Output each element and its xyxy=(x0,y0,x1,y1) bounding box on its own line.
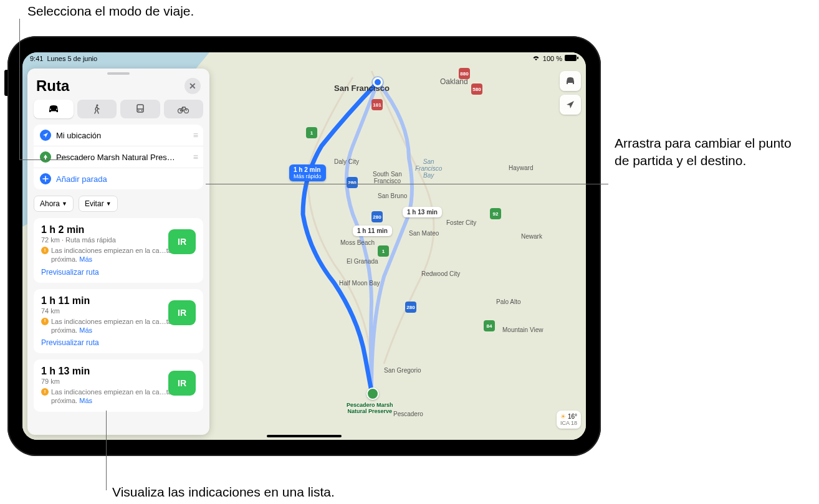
go-button[interactable]: IR xyxy=(168,371,196,396)
city-redwood: Redwood City xyxy=(421,270,460,277)
weather-widget[interactable]: ☀︎ 16° ICA 18 xyxy=(557,411,581,429)
route-card[interactable]: 1 h 11 min 74 km ! Las indicaciones empi… xyxy=(34,289,203,354)
mode-drive[interactable] xyxy=(34,100,74,118)
city-sangregorio: San Gregorio xyxy=(384,367,421,374)
city-mtnview: Mountain View xyxy=(502,326,543,333)
location-arrow-icon xyxy=(565,100,575,110)
route-results: 1 h 2 min 72 km · Ruta más rápida ! Las … xyxy=(27,218,209,435)
bike-icon xyxy=(177,105,189,113)
shield-280-a: 280 xyxy=(347,177,358,188)
route-note-text: Las indicaciones empiezan en la ca…ta má… xyxy=(51,318,187,334)
warning-icon: ! xyxy=(41,388,49,396)
callout-drag: Arrastra para cambiar el punto de partid… xyxy=(615,135,808,170)
shield-280-c: 280 xyxy=(405,302,416,313)
more-link[interactable]: Más xyxy=(79,255,92,263)
city-sanmateo: San Mateo xyxy=(409,230,439,237)
shield-880: 880 xyxy=(459,68,470,79)
drag-handle-icon[interactable]: ≡ xyxy=(193,152,197,162)
car-icon xyxy=(47,105,60,113)
plus-icon xyxy=(40,173,51,184)
status-time: 9:41 xyxy=(30,55,43,62)
transit-icon xyxy=(135,104,145,114)
stop-to[interactable]: Pescadero Marsh Natural Pres… ≡ xyxy=(34,146,203,168)
svg-rect-3 xyxy=(137,105,143,112)
go-button[interactable]: IR xyxy=(168,229,196,254)
callout-line xyxy=(206,184,608,184)
route-bubble-alt1[interactable]: 1 h 11 min xyxy=(353,226,392,236)
shield-1-a: 1 xyxy=(306,127,317,138)
shield-101: 101 xyxy=(371,99,383,110)
wifi-icon xyxy=(532,55,540,62)
warning-icon: ! xyxy=(41,318,49,325)
route-bubble-alt2[interactable]: 1 h 13 min xyxy=(403,207,442,217)
ipad-frame: San Francisco Oakland Daly City South Sa… xyxy=(7,36,601,456)
screen: San Francisco Oakland Daly City South Sa… xyxy=(22,52,586,440)
callout-line xyxy=(106,411,107,490)
status-bar: 9:41 Lunes 5 de junio 100 % xyxy=(22,52,586,65)
city-sanbruno: San Bruno xyxy=(378,193,407,199)
route-options: Ahora ▼ Evitar ▼ xyxy=(27,189,209,218)
weather-aqi: ICA 18 xyxy=(560,420,577,426)
city-pescadero: Pescadero xyxy=(393,411,423,417)
city-elgranada: El Granada xyxy=(347,258,378,265)
mode-cycle[interactable] xyxy=(164,100,204,118)
stops-list: Mi ubicación ≡ Pescadero Marsh Natural P… xyxy=(34,125,203,189)
callout-line xyxy=(19,19,20,159)
city-hayward: Hayward xyxy=(509,164,533,171)
go-button[interactable]: IR xyxy=(168,300,196,325)
city-ssf: South San Francisco xyxy=(373,171,402,184)
svg-rect-1 xyxy=(577,57,578,59)
destination-label: Pescadero Marsh Natural Preserve xyxy=(347,402,393,415)
avoid-pill[interactable]: Evitar ▼ xyxy=(79,196,118,212)
svg-point-2 xyxy=(97,104,98,106)
city-moss: Moss Beach xyxy=(340,239,375,246)
add-stop[interactable]: Añadir parada xyxy=(34,168,203,189)
panel-grip[interactable] xyxy=(107,72,130,75)
start-pin[interactable] xyxy=(373,77,383,87)
label-sfbay: San Francisco Bay xyxy=(415,158,442,179)
shield-92: 92 xyxy=(490,208,501,219)
chevron-down-icon: ▼ xyxy=(62,201,67,207)
route-note-text: Las indicaciones empiezan en la ca…ta má… xyxy=(51,247,187,263)
city-halfmoon: Half Moon Bay xyxy=(339,280,380,287)
callout-list: Visualiza las indicaciones en una lista. xyxy=(112,483,335,501)
city-paloalto: Palo Alto xyxy=(496,298,520,305)
mode-transit[interactable] xyxy=(120,100,160,118)
locate-button[interactable] xyxy=(560,95,581,115)
route-card[interactable]: 1 h 13 min 79 km ! Las indicaciones empi… xyxy=(34,359,203,412)
weather-temp: 16° xyxy=(568,413,577,420)
shield-84: 84 xyxy=(484,320,495,331)
walk-icon xyxy=(93,104,100,114)
svg-point-5 xyxy=(138,110,139,112)
depart-time-pill[interactable]: Ahora ▼ xyxy=(34,196,74,212)
route-bubble-time: 1 h 2 min xyxy=(294,166,320,173)
more-link[interactable]: Más xyxy=(79,397,92,404)
chevron-down-icon: ▼ xyxy=(106,201,112,207)
route-bubble-primary[interactable]: 1 h 2 min Más rápido xyxy=(289,164,326,181)
svg-point-6 xyxy=(141,110,142,112)
mode-walk[interactable] xyxy=(77,100,117,118)
preview-route-link[interactable]: Previsualizar ruta xyxy=(41,268,196,277)
car-icon xyxy=(565,77,576,85)
preview-route-link[interactable]: Previsualizar ruta xyxy=(41,338,196,347)
add-stop-label: Añadir parada xyxy=(56,174,197,184)
travel-mode-segment xyxy=(27,100,209,125)
status-battery: 100 % xyxy=(543,55,562,62)
more-link[interactable]: Más xyxy=(79,326,92,334)
route-card[interactable]: 1 h 2 min 72 km · Ruta más rápida ! Las … xyxy=(34,218,203,283)
callout-line xyxy=(19,159,68,160)
map-mode-button[interactable] xyxy=(560,71,581,91)
stop-from[interactable]: Mi ubicación ≡ xyxy=(34,125,203,146)
stop-to-label: Pescadero Marsh Natural Pres… xyxy=(56,153,193,162)
location-icon xyxy=(40,130,51,141)
close-button[interactable]: ✕ xyxy=(184,78,201,94)
city-foster: Foster City xyxy=(446,219,476,226)
callout-mode: Selecciona el modo de viaje. xyxy=(27,2,194,20)
drag-handle-icon[interactable]: ≡ xyxy=(193,130,197,140)
avoid-label: Evitar xyxy=(85,199,104,208)
destination-pin[interactable] xyxy=(366,388,379,400)
directions-panel: Ruta ✕ Mi ubicación xyxy=(27,69,209,435)
panel-title: Ruta xyxy=(36,77,69,95)
home-indicator[interactable] xyxy=(267,435,342,437)
warning-icon: ! xyxy=(41,247,49,254)
